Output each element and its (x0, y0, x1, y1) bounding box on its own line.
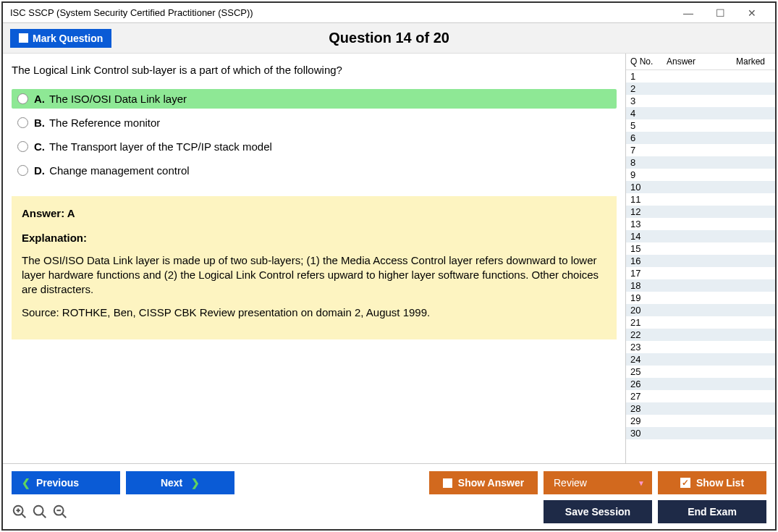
list-row[interactable]: 10 (626, 181, 775, 193)
col-header-answer: Answer (659, 56, 730, 67)
list-row[interactable]: 1 (626, 70, 775, 83)
list-row[interactable]: 30 (626, 427, 775, 439)
list-answer (659, 354, 742, 365)
list-qno: 18 (630, 280, 659, 291)
question-counter: Question 14 of 20 (111, 30, 768, 46)
next-button[interactable]: Next ❯ (126, 471, 234, 494)
list-answer (659, 403, 742, 414)
list-row[interactable]: 29 (626, 415, 775, 427)
list-marked (742, 182, 771, 193)
list-qno: 1 (630, 71, 659, 82)
zoom-controls (12, 504, 68, 520)
list-row[interactable]: 9 (626, 169, 775, 181)
list-marked (742, 169, 771, 180)
list-qno: 6 (630, 132, 659, 143)
list-row[interactable]: 20 (626, 304, 775, 316)
list-row[interactable]: 27 (626, 390, 775, 402)
previous-label: Previous (36, 477, 79, 489)
list-qno: 24 (630, 354, 659, 365)
list-row[interactable]: 21 (626, 316, 775, 329)
option-text: Change management control (49, 164, 189, 177)
list-marked (742, 231, 771, 242)
list-qno: 27 (630, 391, 659, 402)
option-text: The Transport layer of the TCP/IP stack … (49, 140, 272, 153)
option-b[interactable]: B. The Reference monitor (12, 113, 617, 132)
list-row[interactable]: 15 (626, 242, 775, 255)
list-row[interactable]: 14 (626, 230, 775, 242)
list-qno: 9 (630, 169, 659, 180)
list-row[interactable]: 28 (626, 402, 775, 415)
list-row[interactable]: 2 (626, 83, 775, 95)
close-button[interactable]: ✕ (736, 3, 768, 23)
list-qno: 22 (630, 329, 659, 340)
list-answer (659, 108, 742, 119)
minimize-button[interactable]: — (672, 3, 704, 23)
list-row[interactable]: 19 (626, 292, 775, 304)
list-answer (659, 292, 742, 303)
option-c[interactable]: C. The Transport layer of the TCP/IP sta… (12, 137, 617, 156)
end-exam-button[interactable]: End Exam (658, 500, 766, 523)
list-row[interactable]: 11 (626, 193, 775, 206)
zoom-in-icon[interactable] (12, 504, 28, 520)
list-row[interactable]: 24 (626, 353, 775, 366)
answer-label: Answer: A (22, 206, 606, 221)
show-list-label: Show List (696, 477, 744, 489)
explanation-text-2: Source: ROTHKE, Ben, CISSP CBK Review pr… (22, 305, 606, 320)
list-answer (659, 120, 742, 131)
list-row[interactable]: 16 (626, 255, 775, 267)
zoom-reset-icon[interactable] (32, 504, 48, 520)
chevron-down-icon: ▼ (638, 479, 645, 487)
list-row[interactable]: 3 (626, 95, 775, 107)
list-answer (659, 206, 742, 217)
end-exam-label: End Exam (688, 506, 737, 518)
show-list-button[interactable]: ✓ Show List (658, 471, 766, 494)
answer-box: Answer: A Explanation: The OSI/ISO Data … (12, 196, 617, 339)
list-marked (742, 342, 771, 352)
list-row[interactable]: 25 (626, 366, 775, 378)
radio-icon (17, 117, 28, 128)
list-row[interactable]: 8 (626, 156, 775, 169)
save-session-button[interactable]: Save Session (544, 500, 652, 523)
list-row[interactable]: 6 (626, 132, 775, 144)
question-list[interactable]: 1234567891011121314151617181920212223242… (626, 70, 775, 463)
chevron-left-icon: ❮ (22, 477, 30, 489)
list-marked (742, 305, 771, 316)
option-a[interactable]: A. The ISO/OSI Data Link layer (12, 89, 617, 109)
list-marked (742, 428, 771, 439)
radio-icon (17, 165, 28, 176)
list-qno: 25 (630, 366, 659, 377)
mark-question-button[interactable]: Mark Question (10, 29, 111, 48)
list-marked (742, 243, 771, 254)
list-row[interactable]: 7 (626, 144, 775, 156)
next-label: Next (161, 477, 182, 489)
mark-question-label: Mark Question (33, 33, 103, 44)
previous-button[interactable]: ❮ Previous (12, 471, 120, 494)
list-row[interactable]: 12 (626, 206, 775, 218)
list-qno: 10 (630, 182, 659, 193)
list-header: Q No. Answer Marked (626, 54, 775, 70)
show-answer-button[interactable]: Show Answer (429, 471, 538, 494)
save-session-label: Save Session (565, 506, 630, 518)
list-answer (659, 194, 742, 205)
list-row[interactable]: 5 (626, 119, 775, 132)
list-answer (659, 317, 742, 328)
list-row[interactable]: 23 (626, 341, 775, 353)
maximize-button[interactable]: ☐ (704, 3, 736, 23)
list-row[interactable]: 13 (626, 218, 775, 230)
content-area: The Logical Link Control sub-layer is a … (3, 54, 775, 463)
list-qno: 23 (630, 342, 659, 352)
list-marked (742, 157, 771, 168)
list-answer (659, 256, 742, 266)
option-d[interactable]: D. Change management control (12, 161, 617, 180)
list-row[interactable]: 4 (626, 107, 775, 119)
list-answer (659, 219, 742, 229)
list-qno: 28 (630, 403, 659, 414)
review-dropdown[interactable]: Review ▼ (544, 471, 652, 494)
list-row[interactable]: 22 (626, 329, 775, 341)
checkbox-icon (19, 33, 28, 43)
list-row[interactable]: 17 (626, 267, 775, 279)
list-marked (742, 206, 771, 217)
list-row[interactable]: 18 (626, 279, 775, 292)
zoom-out-icon[interactable] (52, 504, 68, 520)
list-row[interactable]: 26 (626, 378, 775, 390)
